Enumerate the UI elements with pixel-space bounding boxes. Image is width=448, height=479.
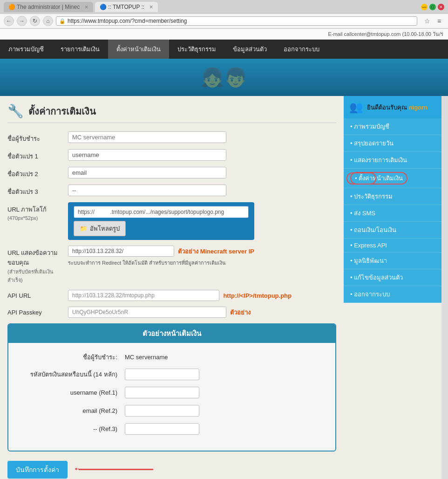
url-logo-label: URL ภาพโลโก้ (470px*52px) xyxy=(7,202,68,221)
url-logo-section: 📁 อัพโหลดรูป xyxy=(68,202,254,240)
api-url-section: http://<IP>/tmtopup.php xyxy=(68,290,292,301)
nav-overview[interactable]: ภาพรวมบัญชี xyxy=(0,40,52,59)
preview-password-label: รหัสบัตรเงินสดหรือบนนี้ (14 หลัก) xyxy=(22,370,125,379)
minimize-button[interactable]: — xyxy=(421,4,428,10)
browser-chrome: 🟠 The administrator | Minec ✕ 🔵 :: TMTOP… xyxy=(0,0,448,29)
ssl-icon: 🔒 xyxy=(59,18,66,24)
passkey-example-text: ตัวอย่าง xyxy=(230,308,251,317)
url-logo-box: 📁 อัพโหลดรูป xyxy=(68,202,254,240)
sidebar-item-history[interactable]: • แสดงรายการเติมเงิน xyxy=(344,152,441,169)
preview-body: ชื่อผู้รับชำระ: MC servername รหัสบัตรเง… xyxy=(8,343,335,451)
preview-var2-label: email (Ref.2) xyxy=(22,407,125,414)
tab2-close[interactable]: ✕ xyxy=(149,4,153,10)
preview-recipient-value: MC servername xyxy=(125,354,168,361)
var2-row: ชื่อตัวแปร 2 xyxy=(7,167,336,179)
sidebar-item-logout[interactable]: • ออกจากระบบ xyxy=(344,286,441,303)
sidebar-item-withdraw[interactable]: • ถอนเงิน/โอนเงิน xyxy=(344,222,441,239)
address-bar[interactable]: 🔒 https://www.tmtopup.com/?cmd=member/se… xyxy=(56,16,417,26)
var2-label: ชื่อตัวแปร 2 xyxy=(7,167,68,179)
preview-box: ตัวอย่างหน้าเติมเงิน ชื่อผู้รับชำระ: MC … xyxy=(7,323,336,452)
thankyou-section: ตัวอย่าง Minecraft server IP ระบบจะทำการ… xyxy=(68,246,254,267)
browser-titlebar: 🟠 The administrator | Minec ✕ 🔵 :: TMTOP… xyxy=(0,0,448,14)
arrow-line xyxy=(79,469,153,470)
back-button[interactable]: ← xyxy=(4,16,14,26)
close-button[interactable]: ✕ xyxy=(438,4,444,10)
sidebar-item-express-api[interactable]: • Express API xyxy=(344,239,441,253)
scrollbar[interactable] xyxy=(441,96,448,479)
preview-var3-input[interactable] xyxy=(125,423,199,435)
heading-icon: 🔧 xyxy=(7,103,24,119)
var1-input[interactable] xyxy=(68,149,226,161)
home-button[interactable]: ⌂ xyxy=(43,16,53,26)
sidebar-item-topup-settings[interactable]: • ตั้งค่าหน้าเติมเงิน xyxy=(344,169,441,188)
thankyou-input-row: ตัวอย่าง Minecraft server IP xyxy=(68,246,254,257)
tab1-favicon: 🟠 xyxy=(8,4,15,10)
sidebar-item-ngo[interactable]: • มูลนิธิพัฒนา xyxy=(344,253,441,269)
sidebar-item-transactions[interactable]: • ประวัติธุรกรรม xyxy=(344,188,441,205)
save-row: บันทึกการตั้งค่า ← xyxy=(7,459,336,479)
nav-profile[interactable]: ข้อมูลส่วนตัว xyxy=(224,40,275,59)
passkey-section: ตัวอย่าง xyxy=(68,307,292,318)
browser-tab-2[interactable]: 🔵 :: TMTOPUP :: ✕ xyxy=(95,2,158,12)
url-logo-row: URL ภาพโลโก้ (470px*52px) 📁 อัพโหลดรูป xyxy=(7,202,336,240)
preview-var1-input[interactable] xyxy=(125,387,199,398)
nav-extra-buttons: ☆ ≡ xyxy=(422,16,444,26)
nav-settings[interactable]: ตั้งค่าหน้าเติมเงิน xyxy=(108,40,169,59)
browser-navbar: ← → ↻ ⌂ 🔒 https://www.tmtopup.com/?cmd=m… xyxy=(0,14,448,28)
sidebar-item-sms[interactable]: • ส่ง SMS xyxy=(344,205,441,222)
thankyou-input[interactable] xyxy=(68,246,174,257)
content-area: 🔧 ตั้งค่าการเติมเงิน ชื่อผู้รับชำระ ชื่อ… xyxy=(0,96,344,479)
thankyou-row: URL แสดงข้อความขอบคุณ (สำหรับบัตรที่เติม… xyxy=(7,246,336,284)
forward-button[interactable]: → xyxy=(17,16,27,26)
bookmark-icon[interactable]: ☆ xyxy=(422,16,432,26)
preview-password-input[interactable] xyxy=(125,369,199,380)
content-wrapper: 🔧 ตั้งค่าการเติมเงิน ชื่อผู้รับชำระ ชื่อ… xyxy=(0,96,441,479)
preview-var2-row: email (Ref.2) xyxy=(22,405,321,417)
passkey-input[interactable] xyxy=(68,307,226,318)
var3-input[interactable] xyxy=(68,185,226,196)
preview-header: ตัวอย่างหน้าเติมเงิน xyxy=(8,324,335,343)
tab1-label: The administrator | Minec xyxy=(17,4,80,10)
nav-history[interactable]: ประวัติธุรกรรม xyxy=(169,40,224,59)
tab1-close[interactable]: ✕ xyxy=(84,4,88,10)
sidebar-welcome-icon: 👥 xyxy=(349,101,363,114)
url-logo-input[interactable] xyxy=(74,206,249,218)
upload-button[interactable]: 📁 อัพโหลดรูป xyxy=(74,221,126,236)
var1-row: ชื่อตัวแปร 1 xyxy=(7,149,336,161)
preview-var1-row: username (Ref.1) xyxy=(22,387,321,398)
nav-logout[interactable]: ออกจากระบบ xyxy=(275,40,328,59)
banner: 👧👦 xyxy=(0,59,448,96)
maximize-button[interactable]: □ xyxy=(429,4,436,10)
menu-icon[interactable]: ≡ xyxy=(434,16,444,26)
main-wrapper: 🔧 ตั้งค่าการเติมเงิน ชื่อผู้รับชำระ ชื่อ… xyxy=(0,96,448,479)
tab2-favicon: 🔵 xyxy=(100,4,106,10)
address-text: https://www.tmtopup.com/?cmd=member/sett… xyxy=(68,18,414,24)
recipient-row: ชื่อผู้รับชำระ xyxy=(7,131,336,144)
api-url-example: http://<IP>/tmtopup.php xyxy=(223,292,292,299)
sidebar-menu: • ภาพรวมบัญชี • สรุปยอดรายวัน • แสดงรายก… xyxy=(344,118,441,303)
var2-input[interactable] xyxy=(68,167,226,178)
sidebar-welcome-text: ยินดีต้อนรับคุณ nigorn xyxy=(367,103,428,112)
nav-transactions[interactable]: รายการเติมเงิน xyxy=(52,40,108,59)
banner-decoration: 👧👦 xyxy=(201,67,247,89)
api-url-input[interactable] xyxy=(68,290,219,301)
window-controls: — □ ✕ xyxy=(421,4,444,10)
sidebar-username: nigorn xyxy=(409,104,428,111)
passkey-row: API Passkey ตัวอย่าง xyxy=(7,307,336,318)
browser-tab-1[interactable]: 🟠 The administrator | Minec ✕ xyxy=(4,2,93,12)
thankyou-info: ระบบจะทำการ Redirect ให้อัตโนมัติ สำหรับ… xyxy=(68,259,254,267)
recipient-input[interactable] xyxy=(68,131,226,143)
preview-var2-input[interactable] xyxy=(125,405,199,417)
reload-button[interactable]: ↻ xyxy=(30,16,40,26)
email-bar: E-mail callcenter@tmtopup.com (10.00-18.… xyxy=(0,29,448,40)
upload-label: อัพโหลดรูป xyxy=(90,224,120,233)
preview-var1-label: username (Ref.1) xyxy=(22,389,125,396)
var3-row: ชื่อตัวแปร 3 xyxy=(7,185,336,197)
sidebar-item-edit-profile[interactable]: • แก้ไขข้อมูลส่วนตัว xyxy=(344,269,441,286)
sidebar-item-overview[interactable]: • ภาพรวมบัญชี xyxy=(344,118,441,135)
sidebar: 👥 ยินดีต้อนรับคุณ nigorn • ภาพรวมบัญชี •… xyxy=(344,96,441,479)
save-button[interactable]: บันทึกการตั้งค่า xyxy=(7,461,68,479)
api-url-row: API URL http://<IP>/tmtopup.php xyxy=(7,290,336,301)
main-layout: 🔧 ตั้งค่าการเติมเงิน ชื่อผู้รับชำระ ชื่อ… xyxy=(0,96,441,479)
sidebar-item-daily[interactable]: • สรุปยอดรายวัน xyxy=(344,135,441,152)
